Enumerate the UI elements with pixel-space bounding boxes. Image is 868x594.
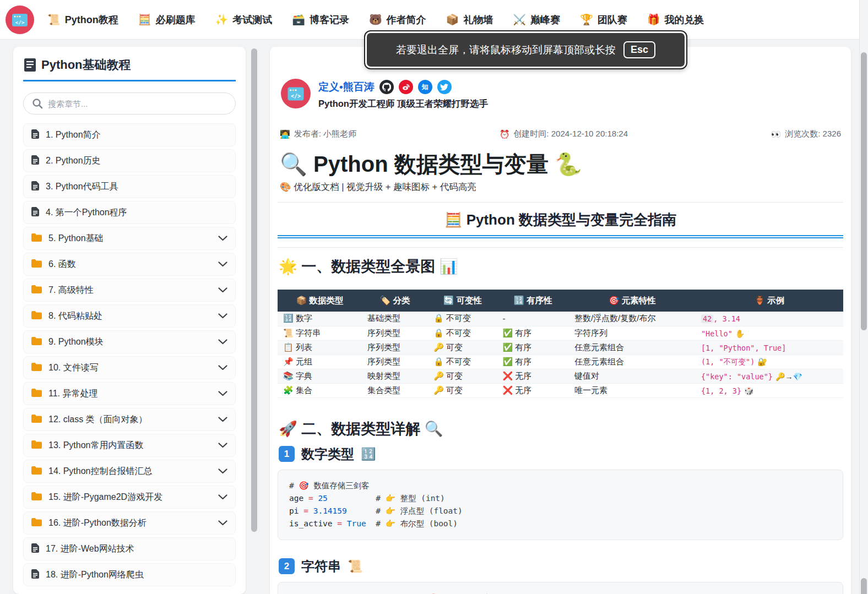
- nav-item-2[interactable]: 🧮必刷题库: [138, 13, 196, 26]
- code-line: # 🎯 数值存储三剑客: [289, 479, 832, 492]
- chapter-item-13[interactable]: 13. Python常用内置函数: [23, 434, 236, 457]
- cell-order: ✅ 有序: [497, 326, 568, 340]
- numbers-icon: 🔢: [361, 447, 376, 461]
- nav-item-9[interactable]: 🎁我的兑换: [647, 13, 704, 26]
- chapter-item-9[interactable]: 9. Python模块: [23, 330, 236, 353]
- chapter-item-1[interactable]: 1. Python简介: [23, 123, 236, 146]
- nav-item-8[interactable]: 🏆团队赛: [580, 13, 627, 26]
- nav-item-label: 团队赛: [598, 13, 627, 26]
- site-logo[interactable]: </>: [6, 6, 34, 34]
- code-token: # 👉 浮点型 (float): [376, 506, 463, 515]
- twitter-icon[interactable]: [437, 80, 452, 94]
- chevron-down-icon[interactable]: [218, 492, 227, 502]
- chevron-down-icon[interactable]: [218, 233, 227, 243]
- code-token: [366, 519, 376, 528]
- fullscreen-exit-banner: 若要退出全屏，请将鼠标移动到屏幕顶部或长按 Esc: [365, 31, 686, 68]
- chapter-item-16[interactable]: 16. 进阶-Python数据分析: [23, 511, 236, 535]
- cell-type: 🧩 集合: [278, 383, 362, 397]
- cell-order: ✅ 有序: [497, 355, 568, 369]
- chevron-down-icon[interactable]: [218, 518, 227, 528]
- chapter-item-4[interactable]: 4. 第一个Python程序: [23, 201, 236, 224]
- chapter-label: 13. Python常用内置函数: [48, 440, 211, 451]
- nav-item-5[interactable]: 🐻作者简介: [369, 13, 426, 26]
- page-scrollbar-thumb[interactable]: [861, 52, 867, 330]
- created-meta: ⏰ 创建时间: 2024-12-10 20:18:24: [500, 129, 628, 139]
- zhihu-glyph: 知: [422, 83, 428, 92]
- table-row: 🔢 数字基础类型🔒 不可变-整数/浮点数/复数/布尔42, 3.14: [278, 312, 843, 326]
- code-token: True: [347, 519, 366, 528]
- nav-item-1[interactable]: 📜Python教程: [47, 13, 118, 26]
- chapter-item-11[interactable]: 11. 异常处理: [23, 382, 236, 405]
- cell-type: 📚 字典: [278, 369, 362, 383]
- folder-icon: [31, 311, 42, 321]
- chapter-label: 11. 异常处理: [48, 388, 211, 400]
- cell-example: (1, "不可变")🔐: [696, 355, 843, 369]
- code-token: =: [308, 494, 313, 503]
- example-code: [1, "Python", True]: [701, 344, 786, 352]
- example-suffix-icon: ✋: [735, 329, 745, 338]
- column-header: 🏷️ 分类: [362, 290, 428, 312]
- example-token: 42: [701, 314, 713, 323]
- chevron-down-icon[interactable]: [218, 440, 227, 450]
- chapter-label: 14. Python控制台报错汇总: [48, 466, 211, 477]
- chapter-label: 9. Python模块: [48, 336, 211, 348]
- cell-type: 📌 元组: [278, 355, 362, 369]
- nav-item-4[interactable]: 🗃️博客记录: [292, 13, 349, 26]
- page-scrollbar-thumb-bottom[interactable]: [861, 578, 867, 594]
- nav-item-icon: 🎁: [647, 13, 660, 26]
- example-code: {"key": "value"}: [701, 372, 773, 381]
- nav-item-label: 考试测试: [232, 13, 272, 26]
- chapter-item-17[interactable]: 17. 进阶-Web网站技术: [23, 537, 236, 560]
- chapter-item-2[interactable]: 2. Python历史: [23, 149, 236, 172]
- chapter-item-14[interactable]: 14. Python控制台报错汇总: [23, 460, 236, 483]
- folder-icon: [31, 233, 42, 244]
- chevron-down-icon[interactable]: [218, 389, 227, 399]
- chapter-item-5[interactable]: 5. Python基础: [23, 227, 236, 250]
- search-input[interactable]: [23, 92, 236, 115]
- chevron-down-icon[interactable]: [218, 466, 227, 476]
- svg-text:</>: </>: [291, 93, 301, 99]
- zhihu-icon[interactable]: 知: [418, 80, 432, 94]
- column-header: 🎯 元素特性: [569, 290, 696, 312]
- chapter-label: 18. 进阶-Python网络爬虫: [46, 569, 227, 581]
- chapter-item-12[interactable]: 12. class 类（面向对象）: [23, 408, 236, 431]
- chevron-down-icon[interactable]: [218, 337, 227, 347]
- number-type-code-block: # 🎯 数值存储三剑客age = 25 # 👉 整型 (int)pi = 3.1…: [278, 470, 843, 540]
- cell-order: ❌ 无序: [497, 369, 568, 383]
- nav-item-7[interactable]: ⚔️巅峰赛: [513, 13, 560, 26]
- nav-item-6[interactable]: 📦礼物墙: [446, 13, 493, 26]
- nav-item-icon: 📜: [47, 13, 61, 26]
- author-info: 定义•熊百涛 知: [318, 79, 488, 110]
- chevron-down-icon[interactable]: [218, 285, 227, 295]
- sidebar-scrollbar-thumb[interactable]: [251, 48, 257, 532]
- folder-icon: [31, 440, 42, 451]
- example-suffix-icon: 🔐: [757, 357, 767, 366]
- chapter-item-8[interactable]: 8. 代码粘贴处: [23, 304, 236, 328]
- chapter-item-15[interactable]: 15. 进阶-Pygame2D游戏开发: [23, 486, 236, 509]
- file-icon: [31, 543, 39, 555]
- author-name-link[interactable]: 定义•熊百涛: [318, 80, 375, 94]
- nav-item-3[interactable]: ✨考试测试: [215, 13, 272, 26]
- author-avatar[interactable]: </>: [281, 79, 311, 108]
- table-row: 📚 字典映射类型🔑 可变❌ 无序键值对{"key": "value"}🔑→💎: [278, 369, 843, 383]
- chevron-down-icon[interactable]: [218, 363, 227, 373]
- chapter-item-7[interactable]: 7. 高级特性: [23, 279, 236, 302]
- chevron-down-icon[interactable]: [218, 311, 227, 321]
- folder-icon: [31, 492, 42, 503]
- folder-icon: [31, 259, 42, 270]
- github-icon[interactable]: [379, 80, 394, 94]
- chapter-item-6[interactable]: 6. 函数: [23, 253, 236, 276]
- publisher-text: 发布者: 小熊老师: [294, 129, 356, 139]
- chapter-item-10[interactable]: 10. 文件读写: [23, 356, 236, 379]
- cell-order: ✅ 有序: [497, 340, 568, 355]
- chevron-down-icon[interactable]: [218, 259, 227, 269]
- chapter-item-18[interactable]: 18. 进阶-Python网络爬虫: [23, 563, 236, 586]
- page-scrollbar-track[interactable]: [859, 0, 868, 594]
- code-token: # 👉 整型 (int): [376, 494, 445, 503]
- weibo-icon[interactable]: [399, 80, 413, 94]
- eyes-icon: 👀: [771, 129, 782, 139]
- chevron-down-icon[interactable]: [218, 415, 227, 424]
- chapter-label: 3. Python代码工具: [46, 181, 227, 193]
- chapter-item-3[interactable]: 3. Python代码工具: [23, 175, 236, 198]
- publisher-meta: 🧑‍💻 发布者: 小熊老师: [280, 129, 356, 139]
